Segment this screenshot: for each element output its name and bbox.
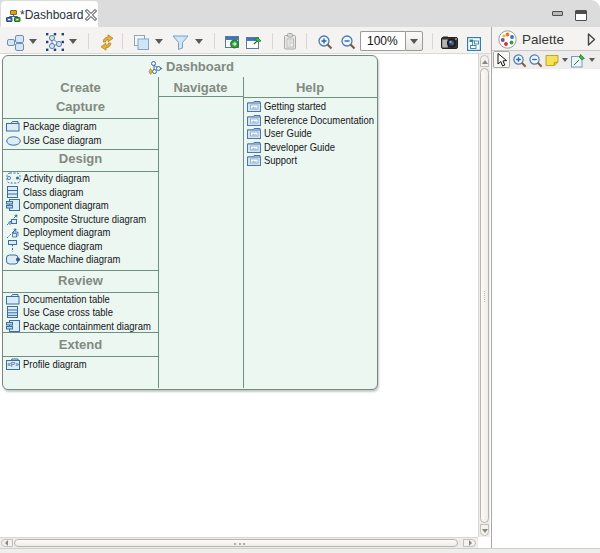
- svg-text:«P»: «P»: [7, 361, 19, 368]
